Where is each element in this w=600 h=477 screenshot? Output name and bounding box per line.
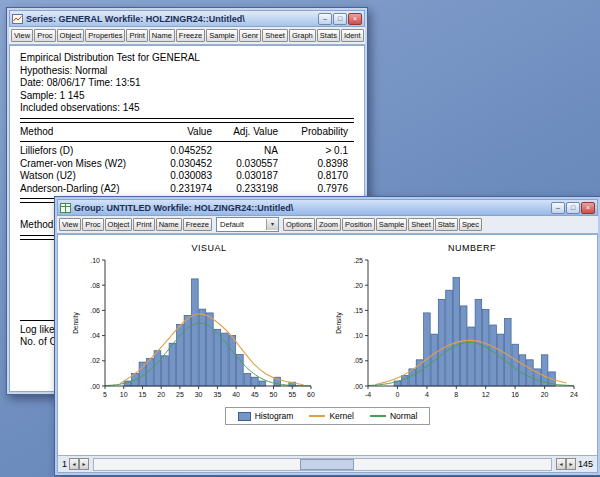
svg-text:25: 25 (176, 391, 184, 398)
toolbar-button-ident[interactable]: Ident (341, 29, 364, 43)
toolbar-button-view[interactable]: View (11, 29, 33, 43)
svg-text:.04: .04 (90, 332, 100, 339)
group-titlebar[interactable]: Group: UNTITLED Workfile: HOLZINGR24::Un… (57, 199, 598, 216)
toolbar-button-zoom[interactable]: Zoom (316, 218, 341, 232)
scroll-track[interactable] (93, 458, 552, 471)
scroll-start-value: 1 (62, 459, 67, 469)
toolbar-button-sample[interactable]: Sample (376, 218, 407, 232)
svg-text:.10: .10 (353, 332, 363, 339)
histogram-swatch (238, 412, 251, 421)
toolbar-button-sheet[interactable]: Sheet (408, 218, 434, 232)
dist-table-header: MethodValueAdj. ValueProbability (20, 126, 354, 139)
group-toolbar-right: OptionsZoomPositionSampleSheetStatsSpec (283, 218, 482, 232)
svg-text:.25: .25 (353, 257, 363, 264)
svg-text:30: 30 (195, 391, 203, 398)
svg-text:.10: .10 (90, 257, 100, 264)
table-row: Anderson-Darling (A2)0.2319740.2331980.7… (20, 183, 354, 196)
toolbar-button-sheet[interactable]: Sheet (262, 29, 288, 43)
toolbar-button-stats[interactable]: Stats (317, 29, 340, 43)
legend-item-histogram: Histogram (238, 411, 294, 421)
close-button[interactable]: × (581, 202, 595, 214)
table-row: Cramer-von Mises (W2)0.0304520.0305570.8… (20, 158, 354, 171)
close-button[interactable]: × (348, 13, 362, 25)
group-window-title: Group: UNTITLED Workfile: HOLZINGR24::Un… (74, 203, 548, 213)
maximize-button[interactable]: □ (566, 202, 580, 214)
toolbar-button-sample[interactable]: Sample (206, 29, 237, 43)
svg-text:45: 45 (251, 391, 259, 398)
svg-text:20: 20 (541, 391, 549, 398)
minimize-button[interactable]: – (551, 202, 565, 214)
series-info-block: Empirical Distribution Test for GENERALH… (20, 52, 354, 115)
svg-text:12: 12 (482, 391, 490, 398)
scroll-right-button[interactable]: ▸ (79, 458, 89, 470)
svg-text:Density: Density (72, 311, 80, 333)
scroll-right-button[interactable]: ▸ (566, 458, 576, 470)
table-cell: 0.7976 (284, 183, 354, 196)
group-window: Group: UNTITLED Workfile: HOLZINGR24::Un… (54, 196, 600, 476)
group-content: VISUAL .00.02.04.06.08.10510152025303540… (57, 234, 598, 473)
table-cell: 0.030452 (160, 158, 218, 171)
toolbar-button-print[interactable]: Print (126, 29, 147, 43)
toolbar-button-options[interactable]: Options (283, 218, 315, 232)
toolbar-button-object[interactable]: Object (105, 218, 133, 232)
toolbar-button-print[interactable]: Print (133, 218, 154, 232)
table-cell: Watson (U2) (20, 170, 160, 183)
table-cell: 0.8170 (284, 170, 354, 183)
series-titlebar[interactable]: Series: GENERAL Workfile: HOLZINGR24::Un… (9, 10, 365, 27)
numberf-histogram-plot: .00.05.10.15.20.25-404812162024Density (334, 254, 584, 402)
svg-text:60: 60 (307, 391, 315, 398)
svg-text:10: 10 (120, 391, 128, 398)
svg-text:.08: .08 (90, 282, 100, 289)
toolbar-button-stats[interactable]: Stats (435, 218, 458, 232)
toolbar-button-position[interactable]: Position (342, 218, 375, 232)
scroll-left-button[interactable]: ◂ (69, 458, 79, 470)
legend-label: Normal (390, 411, 417, 421)
series-window-controls: – □ × (318, 13, 362, 25)
toolbar-button-genr[interactable]: Genr (239, 29, 262, 43)
legend-item-kernel: Kernel (309, 411, 354, 421)
maximize-button[interactable]: □ (333, 13, 347, 25)
minimize-button[interactable]: – (318, 13, 332, 25)
chart-title: VISUAL (191, 243, 226, 253)
sample-scrollbar: 1 ◂ ▸ ◂ ▸ 145 (58, 455, 597, 472)
series-window-title: Series: GENERAL Workfile: HOLZINGR24::Un… (26, 14, 315, 24)
toolbar-button-freeze[interactable]: Freeze (183, 218, 212, 232)
visual-histogram-plot: .00.02.04.06.08.105101520253035404550556… (71, 254, 321, 402)
view-type-dropdown[interactable]: Default ▾ (216, 217, 279, 232)
scroll-end-value: 145 (578, 459, 593, 469)
toolbar-button-graph[interactable]: Graph (289, 29, 316, 43)
svg-text:35: 35 (214, 391, 222, 398)
dist-table-body: Lilliefors (D)0.045252NA> 0.1Cramer-von … (20, 145, 354, 195)
series-toolbar: ViewProcObjectPropertiesPrintNameFreezeS… (9, 27, 365, 45)
column-header-adj-value: Adj. Value (218, 126, 284, 139)
toolbar-button-view[interactable]: View (59, 218, 81, 232)
svg-text:15: 15 (139, 391, 147, 398)
info-line: Hypothesis: Normal (20, 65, 354, 78)
chart-numberf: NUMBERF .00.05.10.15.20.25-404812162024D… (334, 243, 584, 402)
scroll-left-button[interactable]: ◂ (556, 458, 566, 470)
svg-text:40: 40 (232, 391, 240, 398)
table-cell: 0.030557 (218, 158, 284, 171)
table-rule (20, 118, 354, 123)
scroll-thumb[interactable] (300, 459, 355, 470)
table-rule (20, 141, 354, 142)
toolbar-button-spec[interactable]: Spec (459, 218, 482, 232)
svg-text:50: 50 (270, 391, 278, 398)
toolbar-button-name[interactable]: Name (156, 218, 182, 232)
table-cell: 0.030083 (160, 170, 218, 183)
toolbar-button-proc[interactable]: Proc (82, 218, 103, 232)
svg-text:.00: .00 (353, 383, 363, 390)
toolbar-button-proc[interactable]: Proc (34, 29, 55, 43)
toolbar-button-freeze[interactable]: Freeze (176, 29, 205, 43)
table-cell: Anderson-Darling (A2) (20, 183, 160, 196)
toolbar-button-properties[interactable]: Properties (85, 29, 125, 43)
view-type-value: Default (220, 220, 244, 229)
svg-text:Density: Density (335, 311, 343, 333)
desktop: Series: GENERAL Workfile: HOLZINGR24::Un… (0, 0, 600, 477)
toolbar-button-object[interactable]: Object (57, 29, 85, 43)
table-row: Lilliefors (D)0.045252NA> 0.1 (20, 145, 354, 158)
toolbar-button-name[interactable]: Name (149, 29, 175, 43)
legend-item-normal: Normal (370, 411, 417, 421)
group-window-controls: – □ × (551, 202, 595, 214)
svg-text:-4: -4 (365, 391, 371, 398)
